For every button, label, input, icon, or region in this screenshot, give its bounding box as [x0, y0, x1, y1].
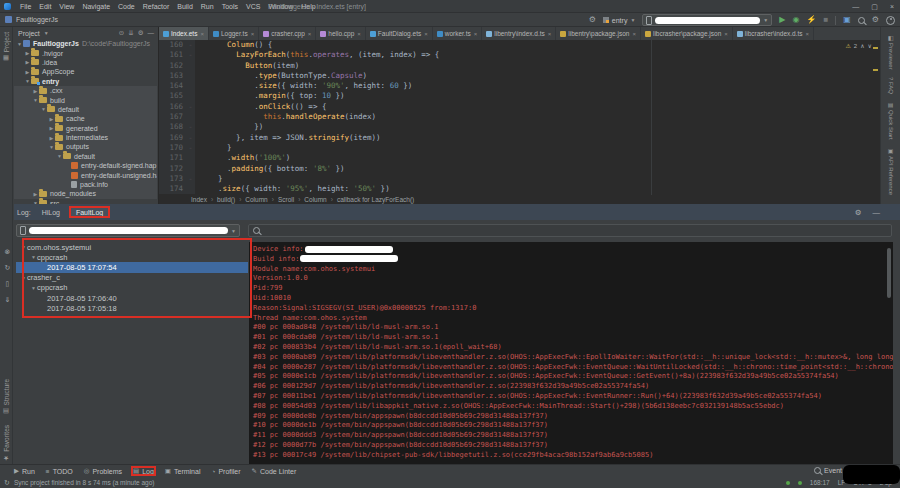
device-selector[interactable]: ▼ [642, 14, 772, 26]
faultlog-tree-item[interactable]: 2017-08-05 17:05:18 [16, 303, 248, 313]
next-warning-icon[interactable]: ∨ [868, 42, 872, 49]
event-log-button[interactable]: Event [814, 467, 842, 474]
close-icon[interactable]: × [251, 31, 255, 37]
breadcrumb-item[interactable]: Scroll [278, 196, 294, 203]
menu-navigate[interactable]: Navigate [78, 3, 114, 10]
faultlog-tree-item[interactable]: 2017-08-05 17:06:40 [16, 293, 248, 303]
faultlog-tree-item[interactable]: ▼com.ohos.systemui [16, 242, 248, 252]
fold-marker[interactable]: ◦ [186, 174, 195, 184]
editor-tab[interactable]: Logger.ts× [209, 27, 259, 40]
profile-button[interactable] [886, 16, 895, 25]
search-everywhere-button[interactable] [858, 17, 865, 24]
breadcrumb-item[interactable]: callback for LazyForEach() [337, 196, 414, 203]
fold-marker[interactable]: ◦ [186, 50, 195, 60]
editor-tab[interactable]: libentry\index.d.ts× [482, 27, 556, 40]
api-reference-tab[interactable]: ▣API Reference [887, 147, 894, 195]
close-icon[interactable]: × [357, 31, 361, 37]
refresh-faultlog-icon[interactable]: ↻ [5, 264, 11, 272]
menu-run[interactable]: Run [197, 3, 218, 10]
hide-faultlog-icon[interactable]: — [873, 208, 881, 217]
menu-vcs[interactable]: VCS [242, 3, 264, 10]
menu-tools[interactable]: Tools [218, 3, 242, 10]
editor-tab[interactable]: crasher.cpp× [259, 27, 316, 40]
tree-item[interactable]: ▼default [14, 152, 157, 161]
device-file-browser-button[interactable]: ▣ [843, 16, 851, 24]
debug-button[interactable]: ◉ [792, 16, 799, 24]
build-settings-icon[interactable]: ⚙ [589, 16, 596, 24]
fold-marker[interactable]: ◦ [186, 122, 195, 132]
close-icon[interactable]: × [548, 31, 552, 37]
tree-item[interactable]: entry-default-signed.hap [14, 161, 157, 170]
favorites-tool-button[interactable]: ★Favorites [2, 425, 10, 462]
sidebar-item-project[interactable]: ▦ Project [2, 32, 10, 62]
faultlog-search-input[interactable] [248, 224, 892, 237]
module-selector[interactable]: entry ▼ [603, 17, 636, 24]
panel-settings-icon[interactable]: ⚙ [138, 29, 144, 37]
tree-item[interactable]: ▶node_modules [14, 189, 157, 198]
clear-faultlog-icon[interactable]: ⊗ [5, 248, 11, 256]
prev-warning-icon[interactable]: ∧ [860, 42, 864, 49]
faultlog-tree-item[interactable]: ▼crasher_c [16, 273, 248, 283]
hide-panel-icon[interactable]: — [148, 29, 155, 37]
collapse-all-icon[interactable]: ⇊ [128, 29, 133, 37]
faultlog-tree-item[interactable]: ▼cppcrash [16, 252, 248, 262]
tree-item[interactable]: pack.info [14, 180, 157, 189]
tree-item[interactable]: ▶.hvigor [14, 48, 157, 57]
menu-file[interactable]: File [16, 3, 35, 10]
faultlog-scrollbar[interactable] [887, 248, 891, 298]
attach-debugger-button[interactable]: ⚡ [806, 16, 816, 24]
faultlog-tree-item[interactable]: 2017-08-05 17:07:54 [16, 262, 248, 272]
log-tool-button[interactable]: ▤Log [133, 467, 154, 475]
editor-tab[interactable]: Index.ets× [159, 27, 209, 40]
quick-start-tab[interactable]: ▤Quick Start [887, 101, 894, 140]
tree-item[interactable]: ▶AppScope [14, 67, 157, 76]
close-icon[interactable]: × [724, 31, 728, 37]
tab-hilog[interactable]: HiLog [37, 207, 65, 217]
fold-marker[interactable]: ◦ [186, 40, 195, 50]
tree-item[interactable]: ▶cache [14, 114, 157, 123]
faq-tab[interactable]: ?FAQ [888, 77, 894, 94]
editor-tab[interactable]: libcrasher\index.d.ts× [733, 27, 814, 40]
previewer-tab[interactable]: ◧Previewer [887, 34, 894, 70]
tree-item[interactable]: ▼build [14, 95, 157, 104]
breadcrumb-item[interactable]: build() [217, 196, 235, 203]
code-linter-tool-button[interactable]: ✎Code Linter [252, 467, 297, 475]
faultlog-tree-item[interactable]: ▼cppcrash [16, 283, 248, 293]
editor-tab[interactable]: hello.cpp× [316, 27, 366, 40]
tree-item[interactable]: ▶.idea [14, 58, 157, 67]
tree-item[interactable]: ▶generated [14, 124, 157, 133]
ide-settings-button[interactable]: ⚙ [872, 16, 879, 24]
menu-code[interactable]: Code [114, 3, 139, 10]
tree-item[interactable]: entry-default-unsigned.hap [14, 170, 157, 179]
breadcrumb-item[interactable]: Column [245, 196, 267, 203]
todo-tool-button[interactable]: ≡TODO [46, 468, 73, 475]
fold-marker[interactable]: ◦ [186, 143, 195, 153]
close-icon[interactable]: × [200, 31, 204, 37]
editor-tab[interactable]: worker.ts× [433, 27, 483, 40]
structure-tool-button[interactable]: ▤Structure [2, 379, 10, 415]
close-icon[interactable]: × [806, 31, 810, 37]
profiler-tool-button[interactable]: ◔Profiler [211, 468, 240, 475]
breadcrumb-item[interactable]: Column [304, 196, 326, 203]
close-icon[interactable]: × [632, 31, 636, 37]
editor-tab[interactable]: libcrasher\package.json× [641, 27, 733, 40]
fold-marker[interactable]: ◦ [186, 133, 195, 143]
menu-refactor[interactable]: Refactor [139, 3, 173, 10]
code-editor[interactable]: 160◦ Column() {161◦ LazyForEach(this.ope… [159, 40, 871, 195]
locate-icon[interactable]: ⊙ [119, 29, 124, 37]
caret-position[interactable]: 168:17 [810, 479, 830, 486]
tree-item[interactable]: ▶intermediates [14, 133, 157, 142]
faultlog-settings-icon[interactable]: ⚙ [855, 208, 862, 217]
breadcrumb-item[interactable]: Index [191, 196, 207, 203]
export-log-icon[interactable]: ⇓ [5, 296, 11, 304]
menu-edit[interactable]: Edit [35, 3, 55, 10]
faultlog-device-selector[interactable]: ▼ [16, 224, 240, 237]
editor-tab[interactable]: FaultDialog.ets× [366, 27, 433, 40]
faultlog-content[interactable]: Device info:Build info:Module name:com.o… [249, 242, 893, 464]
close-icon[interactable]: × [308, 31, 312, 37]
fold-marker[interactable]: ◦ [186, 102, 195, 112]
tab-faultlog[interactable]: FaultLog [71, 207, 108, 217]
inspection-widget[interactable]: ⚠ 2 ∧ ∨ [845, 42, 872, 49]
close-icon[interactable]: × [424, 31, 428, 37]
editor-tab[interactable]: libentry\package.json× [556, 27, 641, 40]
